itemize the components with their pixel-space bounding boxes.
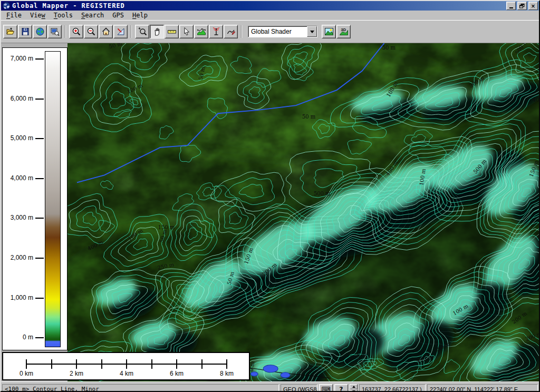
legend-tick-row: 4,000 m (3, 174, 44, 183)
legend-tick-mark (35, 337, 44, 338)
menu-gps[interactable]: GPS (108, 11, 128, 19)
legend-tick-mark (35, 138, 44, 139)
save-floppy-icon (21, 27, 30, 36)
save-button[interactable] (18, 25, 32, 38)
menu-file[interactable]: File (2, 11, 26, 19)
window-title: Global Mapper - REGISTERED (12, 2, 505, 9)
full-extent-button[interactable] (99, 25, 113, 38)
configure-button[interactable] (113, 25, 128, 38)
monitor-magnifier-icon (50, 27, 60, 36)
legend-tick-row: 1,000 m (3, 294, 44, 302)
shader-dropdown-button[interactable] (307, 26, 317, 37)
legend-tick-row: 3,000 m (3, 214, 44, 222)
zoom-tool-button[interactable] (135, 25, 149, 38)
zoom-tool-icon (138, 27, 147, 36)
shader-dropdown[interactable]: Global Shader (248, 26, 317, 37)
contour-label: 50 m (382, 45, 396, 51)
legend-tick-mark (35, 99, 44, 100)
legend-tick-row: 7,000 m (3, 55, 44, 63)
gps-antenna-icon (211, 27, 221, 36)
menu-tools[interactable]: Tools (50, 11, 77, 19)
legend-tick-row: 6,000 m (3, 95, 44, 103)
legend-tick-mark (35, 218, 44, 219)
legend-tick-mark (35, 58, 44, 60)
spinner-up-icon[interactable] (350, 384, 358, 389)
open-button[interactable] (3, 25, 17, 38)
svg-text:3D: 3D (341, 27, 346, 32)
scale-tick (126, 359, 127, 369)
menu-search[interactable]: Search (77, 11, 108, 19)
legend-tick-label: 5,000 m (11, 134, 33, 142)
close-icon: × (531, 3, 535, 9)
zoom-toolbar-group (69, 25, 128, 38)
help-icon: ? (340, 386, 343, 392)
pan-tool-button[interactable] (150, 25, 164, 38)
spinner-down-icon[interactable] (350, 389, 358, 392)
view-toolbar-group: 3D (322, 25, 351, 38)
scale-label: 8 km (211, 370, 243, 377)
zoom-in-button[interactable] (69, 25, 83, 38)
chevron-down-icon (310, 31, 314, 35)
legend-tick-label: 6,000 m (11, 95, 33, 102)
scale-tick (176, 359, 177, 369)
ruler-icon (167, 27, 177, 36)
legend-tick-label: 3,000 m (11, 214, 33, 221)
legend-tick-label: 7,000 m (11, 55, 33, 62)
zoom-out-icon (86, 27, 96, 36)
shader-dropdown-value: Global Shader (251, 28, 292, 35)
legend-tick-row: 2,000 m (3, 254, 44, 262)
help-button[interactable]: ? (334, 384, 348, 392)
toolbar-separator (63, 25, 68, 38)
keyboard-button[interactable]: ⌨ (319, 384, 333, 392)
restore-button[interactable] (517, 2, 527, 10)
legend-tick-label: 2,000 m (11, 254, 33, 261)
main-area: 50 m100 m50 m50 m50 m100 m300 m500 m400 … (1, 43, 539, 381)
contour-label: 500 m (314, 191, 331, 197)
hand-icon (152, 27, 162, 36)
legend-tick-row: 5,000 m (3, 134, 44, 143)
3d-view-button[interactable]: 3D (336, 25, 351, 38)
select-tool-button[interactable] (179, 25, 194, 38)
toolbar: Global Shader 3D (1, 20, 539, 43)
scale-tick (151, 359, 152, 369)
scale-tick (51, 359, 52, 369)
app-window: Global Mapper - REGISTERED × FileViewToo… (0, 0, 540, 392)
pen-scribble-icon (226, 27, 236, 36)
path-profile-icon (197, 27, 206, 36)
menu-help[interactable]: Help (128, 11, 152, 19)
scale-label: 4 km (111, 370, 142, 377)
display-options-button[interactable] (47, 25, 62, 38)
menu-view[interactable]: View (26, 11, 50, 19)
legend-tick-mark (35, 178, 44, 179)
landscape-image-icon (324, 27, 334, 36)
globe-icon (35, 27, 45, 36)
close-button[interactable]: × (528, 2, 538, 10)
gps-button[interactable] (209, 25, 223, 38)
minimize-icon (509, 7, 513, 8)
map-view[interactable]: 50 m100 m50 m50 m50 m100 m300 m500 m400 … (68, 43, 539, 381)
measure-tool-button[interactable] (165, 25, 179, 38)
zoom-in-icon (72, 27, 81, 36)
home-icon (101, 27, 111, 36)
legend-tick-label: 1,000 m (11, 294, 33, 301)
elevation-gradient-bar (45, 51, 61, 347)
coordinate-spinner[interactable] (350, 384, 358, 392)
scale-bar: 0 km2 km4 km6 km8 km (2, 352, 250, 380)
3d-view-icon: 3D (339, 27, 349, 36)
water-patch (250, 372, 258, 376)
cursor-coordinates: 163737, 22.66722137 ) (359, 384, 426, 392)
digitizer-tool-button[interactable] (224, 25, 238, 38)
projection-label: GEO (WGS84 (281, 384, 317, 392)
menu-bar: FileViewToolsSearchGPSHelp (1, 11, 539, 20)
water-patch (263, 365, 278, 373)
toolbar-separator (129, 25, 133, 38)
elevation-legend: 7,000 m6,000 m5,000 m4,000 m3,000 m2,000… (2, 47, 68, 350)
zoom-out-button[interactable] (84, 25, 98, 38)
title-bar[interactable]: Global Mapper - REGISTERED × (1, 1, 539, 11)
image-swatch-button[interactable] (322, 25, 336, 38)
path-profile-button[interactable] (194, 25, 208, 38)
minimize-button[interactable] (506, 2, 516, 10)
globe-button[interactable] (33, 25, 47, 38)
status-bar: <100 m> Contour Line, Minor GEO (WGS84 ⌨… (1, 381, 539, 392)
open-folder-icon (6, 27, 15, 36)
